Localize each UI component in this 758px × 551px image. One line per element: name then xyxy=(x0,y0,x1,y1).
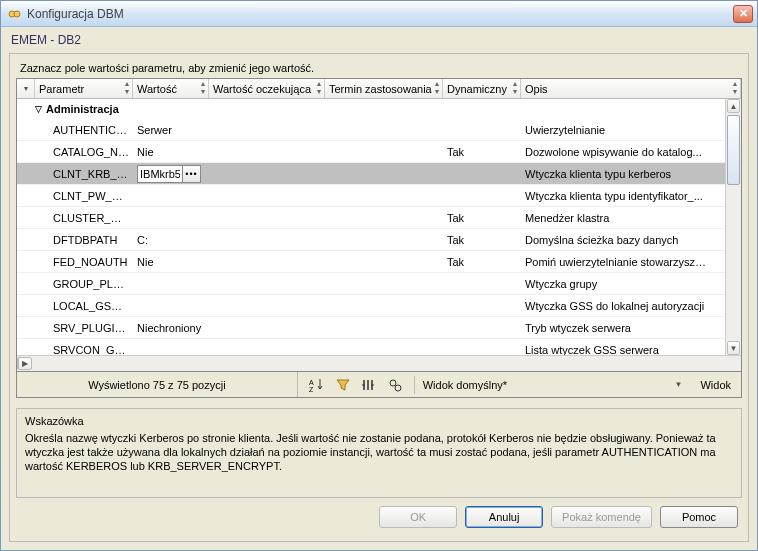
cell-desc: Uwierzytelnianie xyxy=(521,124,725,136)
parameter-table: ▾ Parametr ▴▾ Wartość ▴▾ Wartość oczekuj… xyxy=(16,78,742,372)
column-header-termin[interactable]: Termin zastosowania ▴▾ xyxy=(325,79,443,98)
instruction-text: Zaznacz pole wartości parametru, aby zmi… xyxy=(20,62,742,74)
columns-icon[interactable] xyxy=(360,376,378,394)
column-header-opis[interactable]: Opis ▴▾ xyxy=(521,79,741,98)
chevron-down-icon: ▼ xyxy=(675,380,683,389)
column-label: Wartość xyxy=(137,83,177,95)
table-row[interactable]: DFTDBPATHC:TakDomyślna ścieżka bazy dany… xyxy=(17,229,725,251)
table-row[interactable]: CATALOG_NO...NieTakDozwolone wpisywanie … xyxy=(17,141,725,163)
button-row: OK Anuluj Pokaż komendę Pomoc xyxy=(16,498,742,528)
table-row[interactable]: SRVCON_GSS...Lista wtyczek GSS serwera xyxy=(17,339,725,355)
help-button[interactable]: Pomoc xyxy=(660,506,738,528)
cell-value[interactable]: Nie xyxy=(133,146,209,158)
cell-param: GROUP_PLU... xyxy=(17,278,133,290)
close-button[interactable]: ✕ xyxy=(733,5,753,23)
hint-body: Określa nazwę wtyczki Kerberos po stroni… xyxy=(25,431,733,473)
column-label: Opis xyxy=(525,83,548,95)
content-panel: Zaznacz pole wartości parametru, aby zmi… xyxy=(9,53,749,542)
app-icon xyxy=(7,6,23,22)
sort-arrows-icon: ▴▾ xyxy=(201,80,205,96)
view-selector[interactable]: Widok domyślny* ▼ xyxy=(415,379,691,391)
cell-dynamic: Tak xyxy=(443,234,521,246)
column-header-wartosc[interactable]: Wartość ▴▾ xyxy=(133,79,209,98)
cell-value[interactable]: ••• xyxy=(133,165,209,183)
table-row[interactable]: CLNT_KRB_P...•••Wtyczka klienta typu ker… xyxy=(17,163,725,185)
cell-desc: Wtyczka klienta typu identyfikator_... xyxy=(521,190,725,202)
value-input[interactable] xyxy=(138,166,182,182)
sort-arrows-icon: ▴▾ xyxy=(513,80,517,96)
vertical-scrollbar[interactable]: ▲ ▼ xyxy=(725,99,741,355)
sort-arrows-icon: ▴▾ xyxy=(733,80,737,96)
grid-body: ▽AdministracjaAUTHENTICA...SerwerUwierzy… xyxy=(17,99,741,355)
svg-point-4 xyxy=(390,380,396,386)
cell-desc: Domyślna ścieżka bazy danych xyxy=(521,234,725,246)
svg-text:Z: Z xyxy=(309,386,314,393)
cell-param: CATALOG_NO... xyxy=(17,146,133,158)
ellipsis-button[interactable]: ••• xyxy=(182,166,200,182)
context-label: EMEM - DB2 xyxy=(1,27,757,49)
cell-param: AUTHENTICA... xyxy=(17,124,133,136)
svg-text:A: A xyxy=(309,379,314,386)
cell-param: CLNT_PW_PL... xyxy=(17,190,133,202)
table-row[interactable]: SRV_PLUGIN...NiechronionyTryb wtyczek se… xyxy=(17,317,725,339)
hint-panel: Wskazówka Określa nazwę wtyczki Kerberos… xyxy=(16,408,742,498)
cancel-button[interactable]: Anuluj xyxy=(465,506,543,528)
table-row[interactable]: GROUP_PLU...Wtyczka grupy xyxy=(17,273,725,295)
svg-point-1 xyxy=(14,11,20,17)
column-header-wartosc-oczekujaca[interactable]: Wartość oczekująca ▴▾ xyxy=(209,79,325,98)
value-editor[interactable]: ••• xyxy=(137,165,201,183)
header-menu-button[interactable]: ▾ xyxy=(17,79,35,98)
filter-icon[interactable] xyxy=(334,376,352,394)
horizontal-scrollbar[interactable]: ◀ ▶ xyxy=(17,355,741,371)
column-header-dynamiczny[interactable]: Dynamiczny ▴▾ xyxy=(443,79,521,98)
scroll-down-button[interactable]: ▼ xyxy=(727,341,740,355)
view-selector-label: Widok domyślny* xyxy=(423,379,507,391)
table-row[interactable]: CLUSTER_MGRTakMenedżer klastra xyxy=(17,207,725,229)
scroll-up-button[interactable]: ▲ xyxy=(727,99,740,113)
titlebar: Konfiguracja DBM ✕ xyxy=(1,1,757,27)
cell-value[interactable]: Nie xyxy=(133,256,209,268)
find-icon[interactable] xyxy=(386,376,404,394)
sort-arrows-icon: ▴▾ xyxy=(435,80,439,96)
svg-point-5 xyxy=(395,385,401,391)
show-command-button[interactable]: Pokaż komendę xyxy=(551,506,652,528)
cell-param: CLNT_KRB_P... xyxy=(17,168,133,180)
group-header[interactable]: ▽Administracja xyxy=(17,99,725,119)
column-headers: ▾ Parametr ▴▾ Wartość ▴▾ Wartość oczekuj… xyxy=(17,79,741,99)
table-row[interactable]: FED_NOAUTHNieTakPomiń uwierzytelnianie s… xyxy=(17,251,725,273)
cell-desc: Pomiń uwierzytelnianie stowarzyszo... xyxy=(521,256,725,268)
cell-value[interactable]: C: xyxy=(133,234,209,246)
ok-button[interactable]: OK xyxy=(379,506,457,528)
cell-desc: Wtyczka GSS do lokalnej autoryzacji xyxy=(521,300,725,312)
table-row[interactable]: AUTHENTICA...SerwerUwierzytelnianie xyxy=(17,119,725,141)
cell-param: CLUSTER_MGR xyxy=(17,212,133,224)
cell-param: SRV_PLUGIN... xyxy=(17,322,133,334)
table-row[interactable]: LOCAL_GSSP...Wtyczka GSS do lokalnej aut… xyxy=(17,295,725,317)
cell-desc: Menedżer klastra xyxy=(521,212,725,224)
scroll-right-button[interactable]: ▶ xyxy=(18,357,32,370)
view-label: Widok xyxy=(690,372,741,397)
window-title: Konfiguracja DBM xyxy=(27,7,733,21)
window: Konfiguracja DBM ✕ EMEM - DB2 Zaznacz po… xyxy=(0,0,758,551)
cell-param: FED_NOAUTH xyxy=(17,256,133,268)
cell-value[interactable]: Niechroniony xyxy=(133,322,209,334)
column-label: Parametr xyxy=(39,83,84,95)
sort-az-icon[interactable]: AZ xyxy=(308,376,326,394)
cell-value[interactable]: Serwer xyxy=(133,124,209,136)
chevron-down-icon: ▾ xyxy=(24,84,28,93)
status-bar: Wyświetlono 75 z 75 pozycji AZ Widok dom… xyxy=(16,372,742,398)
cell-desc: Wtyczka grupy xyxy=(521,278,725,290)
cell-desc: Dozwolone wpisywanie do katalog... xyxy=(521,146,725,158)
scroll-thumb[interactable] xyxy=(727,115,740,185)
row-count-label: Wyświetlono 75 z 75 pozycji xyxy=(17,372,298,397)
column-label: Dynamiczny xyxy=(447,83,507,95)
cell-param: LOCAL_GSSP... xyxy=(17,300,133,312)
hint-title: Wskazówka xyxy=(25,415,733,427)
cell-param: SRVCON_GSS... xyxy=(17,344,133,356)
table-row[interactable]: CLNT_PW_PL...Wtyczka klienta typu identy… xyxy=(17,185,725,207)
cell-desc: Wtyczka klienta typu kerberos xyxy=(521,168,725,180)
group-label: Administracja xyxy=(46,103,119,115)
column-header-parametr[interactable]: Parametr ▴▾ xyxy=(35,79,133,98)
collapse-triangle-icon: ▽ xyxy=(35,104,42,114)
cell-param: DFTDBPATH xyxy=(17,234,133,246)
